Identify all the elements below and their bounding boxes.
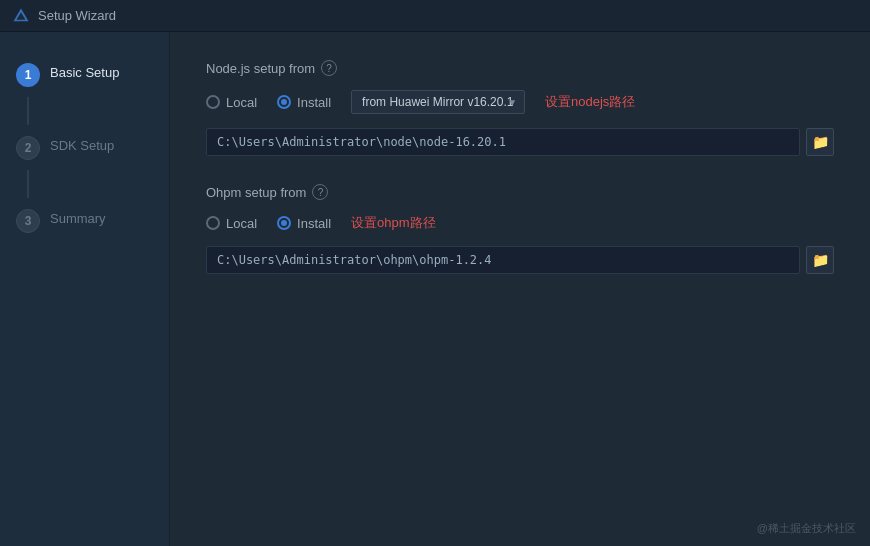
ohpm-install-radio-circle (277, 216, 291, 230)
step-connector-1-2 (27, 97, 29, 125)
ohpm-annotation: 设置ohpm路径 (351, 214, 436, 232)
nodejs-radio-group: Local Install from Huawei Mirror v16.20.… (206, 90, 834, 114)
main-container: 1 Basic Setup 2 SDK Setup 3 Summary Node… (0, 32, 870, 546)
nodejs-help-icon[interactable]: ? (321, 60, 337, 76)
ohpm-local-label: Local (226, 216, 257, 231)
nodejs-mirror-dropdown-container: from Huawei Mirror v16.20.1 from Officia… (351, 90, 525, 114)
content-area: Node.js setup from ? Local Install from … (170, 32, 870, 546)
nodejs-section-label: Node.js setup from (206, 61, 315, 76)
nodejs-annotation: 设置nodejs路径 (545, 93, 635, 111)
step-3-number: 3 (16, 209, 40, 233)
step-1-label: Basic Setup (50, 62, 119, 80)
step-2-label: SDK Setup (50, 135, 114, 153)
ohpm-path-input[interactable] (206, 246, 800, 274)
nodejs-mirror-dropdown[interactable]: from Huawei Mirror v16.20.1 from Officia… (351, 90, 525, 114)
app-logo-icon (12, 7, 30, 25)
nodejs-local-radio[interactable]: Local (206, 95, 257, 110)
ohpm-folder-icon: 📁 (812, 252, 829, 268)
nodejs-install-radio[interactable]: Install (277, 95, 331, 110)
sidebar-item-sdk-setup[interactable]: 2 SDK Setup (0, 125, 169, 170)
nodejs-path-input[interactable] (206, 128, 800, 156)
ohpm-path-row: 📁 (206, 246, 834, 274)
ohpm-local-radio[interactable]: Local (206, 216, 257, 231)
ohpm-install-label: Install (297, 216, 331, 231)
nodejs-install-radio-circle (277, 95, 291, 109)
step-2-number: 2 (16, 136, 40, 160)
nodejs-local-radio-circle (206, 95, 220, 109)
nodejs-install-label: Install (297, 95, 331, 110)
step-1-number: 1 (16, 63, 40, 87)
sidebar-item-summary[interactable]: 3 Summary (0, 198, 169, 243)
ohpm-section-label: Ohpm setup from (206, 185, 306, 200)
ohpm-install-radio[interactable]: Install (277, 216, 331, 231)
nodejs-section-header: Node.js setup from ? (206, 60, 834, 76)
step-3-label: Summary (50, 208, 106, 226)
ohpm-radio-group: Local Install 设置ohpm路径 (206, 214, 834, 232)
title-bar: Setup Wizard (0, 0, 870, 32)
nodejs-path-row: 📁 (206, 128, 834, 156)
nodejs-folder-icon: 📁 (812, 134, 829, 150)
ohpm-section-header: Ohpm setup from ? (206, 184, 834, 200)
nodejs-install-radio-dot (281, 99, 287, 105)
ohpm-help-icon[interactable]: ? (312, 184, 328, 200)
ohpm-folder-button[interactable]: 📁 (806, 246, 834, 274)
step-connector-2-3 (27, 170, 29, 198)
ohpm-local-radio-circle (206, 216, 220, 230)
ohpm-install-radio-dot (281, 220, 287, 226)
nodejs-local-label: Local (226, 95, 257, 110)
sidebar-item-basic-setup[interactable]: 1 Basic Setup (0, 52, 169, 97)
window-title: Setup Wizard (38, 8, 116, 23)
nodejs-folder-button[interactable]: 📁 (806, 128, 834, 156)
sidebar: 1 Basic Setup 2 SDK Setup 3 Summary (0, 32, 170, 546)
